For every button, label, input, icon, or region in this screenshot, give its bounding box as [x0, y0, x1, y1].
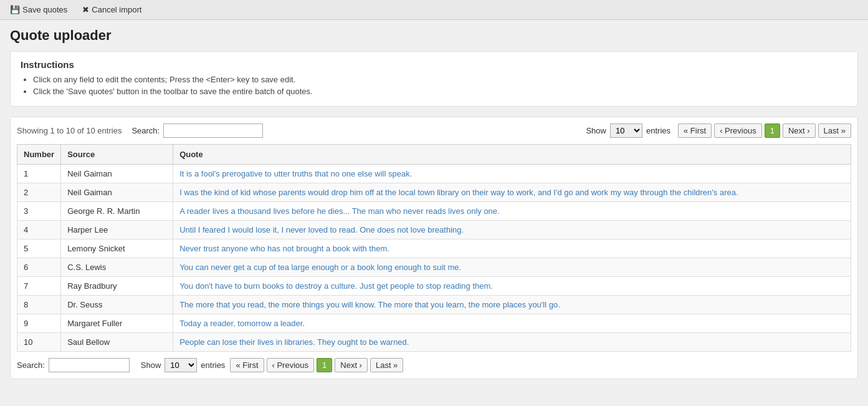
- first-page-button-bottom[interactable]: « First: [230, 358, 264, 372]
- cell-source[interactable]: Neil Gaiman: [61, 183, 173, 202]
- entries-label-bottom: entries: [201, 360, 225, 370]
- cell-quote[interactable]: Until I feared I would lose it, I never …: [173, 221, 851, 239]
- cancel-import-button[interactable]: ✖ Cancel import: [80, 4, 144, 16]
- cell-source[interactable]: Harper Lee: [61, 221, 173, 239]
- col-header-quote: Quote: [173, 145, 851, 165]
- show-entries-bottom: Show 10 25 50 100 entries: [141, 358, 226, 372]
- search-label-bottom: Search:: [17, 360, 45, 370]
- col-header-source: Source: [61, 145, 173, 165]
- toolbar: 💾 Save quotes ✖ Cancel import: [0, 0, 868, 20]
- prev-page-button-top[interactable]: ‹ Previous: [714, 123, 762, 138]
- table-row: 6C.S. LewisYou can never get a cup of te…: [17, 258, 851, 277]
- current-page-top[interactable]: 1: [765, 123, 780, 138]
- prev-page-button-bottom[interactable]: ‹ Previous: [267, 358, 315, 372]
- table-container: Showing 1 to 10 of 10 entries Search: Sh…: [10, 117, 858, 379]
- save-icon: 💾: [10, 5, 20, 14]
- cell-quote[interactable]: You can never get a cup of tea large eno…: [173, 258, 851, 277]
- cell-number[interactable]: 10: [17, 333, 61, 352]
- last-page-button-bottom[interactable]: Last »: [370, 358, 403, 372]
- instructions-title: Instructions: [21, 59, 847, 70]
- instruction-item-1: Click on any field to edit the contents;…: [33, 75, 847, 84]
- cell-quote[interactable]: I was the kind of kid whose parents woul…: [173, 183, 851, 202]
- show-label-bottom: Show: [141, 360, 161, 370]
- cell-quote[interactable]: People can lose their lives in libraries…: [173, 333, 851, 352]
- cancel-icon: ✖: [82, 5, 89, 14]
- next-page-button-bottom[interactable]: Next ›: [335, 358, 368, 372]
- quotes-table: Number Source Quote 1Neil GaimanIt is a …: [17, 144, 851, 352]
- cell-source[interactable]: Neil Gaiman: [61, 165, 173, 183]
- search-area-bottom: Search:: [17, 358, 130, 372]
- col-header-number: Number: [17, 145, 61, 165]
- cancel-import-label: Cancel import: [92, 5, 141, 14]
- cell-quote[interactable]: A reader lives a thousand lives before h…: [173, 202, 851, 221]
- save-quotes-button[interactable]: 💾 Save quotes: [7, 4, 70, 16]
- cell-quote[interactable]: You don't have to burn books to destroy …: [173, 277, 851, 296]
- cell-number[interactable]: 1: [17, 165, 61, 183]
- cell-number[interactable]: 5: [17, 239, 61, 258]
- cell-number[interactable]: 8: [17, 296, 61, 314]
- first-page-button-top[interactable]: « First: [678, 123, 712, 138]
- table-row: 9Margaret FullerToday a reader, tomorrow…: [17, 314, 851, 333]
- last-page-button-top[interactable]: Last »: [818, 123, 851, 138]
- search-input-bottom[interactable]: [49, 358, 130, 372]
- table-header-row: Number Source Quote: [17, 145, 851, 165]
- cell-number[interactable]: 2: [17, 183, 61, 202]
- current-page-bottom[interactable]: 1: [317, 358, 332, 372]
- cell-number[interactable]: 9: [17, 314, 61, 333]
- table-row: 2Neil GaimanI was the kind of kid whose …: [17, 183, 851, 202]
- main-content: Quote uploader Instructions Click on any…: [0, 20, 868, 387]
- table-row: 3George R. R. MartinA reader lives a tho…: [17, 202, 851, 221]
- instructions-list: Click on any field to edit the contents;…: [21, 75, 847, 96]
- table-controls-top: Showing 1 to 10 of 10 entries Search: Sh…: [17, 123, 851, 138]
- table-row: 5Lemony SnicketNever trust anyone who ha…: [17, 239, 851, 258]
- cell-number[interactable]: 7: [17, 277, 61, 296]
- show-select-bottom[interactable]: 10 25 50 100: [165, 358, 197, 372]
- table-controls-bottom: Search: Show 10 25 50 100 entries « Firs…: [17, 358, 851, 372]
- show-entries-top: Show 10 25 50 100 entries: [586, 123, 670, 138]
- page-title: Quote uploader: [10, 27, 858, 44]
- entries-label-top: entries: [646, 126, 670, 135]
- next-page-button-top[interactable]: Next ›: [783, 123, 816, 138]
- cell-quote[interactable]: Never trust anyone who has not brought a…: [173, 239, 851, 258]
- showing-text: Showing 1 to 10 of 10 entries: [17, 126, 122, 135]
- pagination-bottom: « First ‹ Previous 1 Next › Last »: [230, 358, 403, 372]
- search-input-top[interactable]: [163, 123, 263, 138]
- cell-source[interactable]: George R. R. Martin: [61, 202, 173, 221]
- table-row: 4Harper LeeUntil I feared I would lose i…: [17, 221, 851, 239]
- show-select-top[interactable]: 10 25 50 100: [610, 123, 642, 138]
- table-row: 10Saul BellowPeople can lose their lives…: [17, 333, 851, 352]
- search-area-top: Search:: [131, 123, 263, 138]
- cell-source[interactable]: Ray Bradbury: [61, 277, 173, 296]
- cell-source[interactable]: C.S. Lewis: [61, 258, 173, 277]
- instruction-item-2: Click the 'Save quotes' button in the to…: [33, 87, 847, 96]
- pagination-top: « First ‹ Previous 1 Next › Last »: [678, 123, 851, 138]
- show-label-top: Show: [586, 126, 606, 135]
- cell-quote[interactable]: It is a fool's prerogative to utter trut…: [173, 165, 851, 183]
- cell-quote[interactable]: The more that you read, the more things …: [173, 296, 851, 314]
- cell-source[interactable]: Lemony Snicket: [61, 239, 173, 258]
- table-row: 1Neil GaimanIt is a fool's prerogative t…: [17, 165, 851, 183]
- cell-source[interactable]: Margaret Fuller: [61, 314, 173, 333]
- cell-number[interactable]: 3: [17, 202, 61, 221]
- cell-source[interactable]: Saul Bellow: [61, 333, 173, 352]
- save-quotes-label: Save quotes: [22, 5, 67, 14]
- cell-source[interactable]: Dr. Seuss: [61, 296, 173, 314]
- table-row: 7Ray BradburyYou don't have to burn book…: [17, 277, 851, 296]
- cell-number[interactable]: 6: [17, 258, 61, 277]
- search-label-top: Search:: [131, 126, 160, 135]
- cell-number[interactable]: 4: [17, 221, 61, 239]
- instructions-box: Instructions Click on any field to edit …: [10, 51, 858, 107]
- cell-quote[interactable]: Today a reader, tomorrow a leader.: [173, 314, 851, 333]
- table-row: 8Dr. SeussThe more that you read, the mo…: [17, 296, 851, 314]
